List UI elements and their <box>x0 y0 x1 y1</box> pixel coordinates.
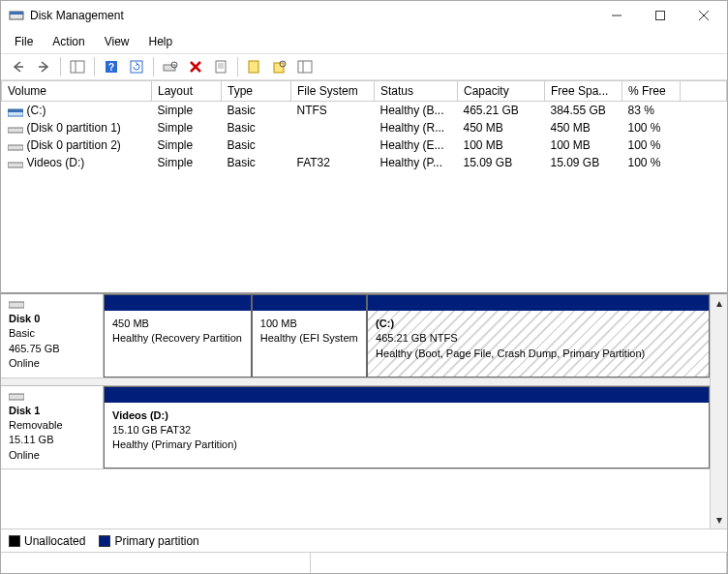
menu-action[interactable]: Action <box>45 32 92 51</box>
partition-status: Healthy (EFI System <box>260 331 358 346</box>
partition[interactable]: 450 MBHealthy (Recovery Partition <box>104 294 252 378</box>
statusbar <box>1 552 727 573</box>
svg-rect-21 <box>249 61 258 73</box>
disk-row: Disk 1Removable15.11 GBOnlineVideos (D:)… <box>1 386 710 470</box>
col-volume[interactable]: Volume <box>2 81 152 102</box>
menu-view[interactable]: View <box>97 32 137 51</box>
cell-fs <box>291 119 375 136</box>
volume-icon <box>8 124 23 134</box>
svg-rect-22 <box>274 63 284 73</box>
svg-rect-24 <box>298 61 312 73</box>
partition-bar <box>105 387 709 403</box>
svg-rect-1 <box>10 12 23 15</box>
window-title: Disk Management <box>30 9 594 22</box>
menu-help[interactable]: Help <box>141 32 181 51</box>
col-filesystem[interactable]: File System <box>291 81 375 102</box>
new-volume-button[interactable] <box>243 56 266 77</box>
column-headers[interactable]: Volume Layout Type File System Status Ca… <box>2 81 727 102</box>
close-button[interactable] <box>682 2 725 29</box>
cell-pct: 100 % <box>622 154 681 171</box>
toolbar: ? <box>1 53 727 80</box>
minimize-button[interactable] <box>594 2 638 29</box>
disk-kind: Basic <box>9 326 95 341</box>
table-row[interactable]: (Disk 0 partition 1)SimpleBasicHealthy (… <box>2 119 727 136</box>
cell-layout: Simple <box>152 102 222 120</box>
table-row[interactable]: (C:)SimpleBasicNTFSHealthy (B...465.21 G… <box>2 102 727 120</box>
cell-free: 384.55 GB <box>545 102 622 120</box>
table-row[interactable]: (Disk 0 partition 2)SimpleBasicHealthy (… <box>2 136 727 154</box>
volume-name: (Disk 0 partition 2) <box>27 138 121 152</box>
disk-name: Disk 0 <box>9 312 95 326</box>
app-icon <box>9 8 24 23</box>
forward-button[interactable] <box>32 56 55 77</box>
svg-rect-31 <box>9 302 24 308</box>
volume-name: Videos (D:) <box>27 156 85 169</box>
disk-map: Disk 0Basic465.75 GBOnline450 MBHealthy … <box>1 293 727 529</box>
cell-pct: 100 % <box>622 136 681 154</box>
svg-rect-17 <box>216 61 226 73</box>
menubar: File Action View Help <box>1 30 727 53</box>
cell-free: 100 MB <box>545 136 622 154</box>
volume-icon <box>8 159 23 168</box>
cell-fs: NTFS <box>291 102 375 120</box>
cell-layout: Simple <box>152 119 222 136</box>
vertical-scrollbar[interactable]: ▴ ▾ <box>710 294 727 529</box>
rescan-button[interactable] <box>159 56 182 77</box>
extend-volume-button[interactable] <box>268 56 291 77</box>
disk-name: Disk 1 <box>9 404 95 418</box>
back-button[interactable] <box>7 56 30 77</box>
svg-rect-30 <box>8 163 23 167</box>
volume-icon <box>8 141 23 151</box>
col-type[interactable]: Type <box>222 81 291 102</box>
scroll-down-icon[interactable]: ▾ <box>711 511 727 529</box>
partition[interactable]: (C:)465.21 GB NTFSHealthy (Boot, Page Fi… <box>367 294 710 378</box>
volume-list[interactable]: Volume Layout Type File System Status Ca… <box>1 80 727 293</box>
partition-bar <box>368 295 709 311</box>
partition-bar <box>253 295 366 311</box>
cell-status: Healthy (P... <box>375 154 458 171</box>
refresh-button[interactable] <box>125 56 148 77</box>
disk-size: 465.75 GB <box>9 342 95 356</box>
svg-rect-28 <box>8 128 23 133</box>
cell-type: Basic <box>222 136 291 154</box>
settings-button[interactable] <box>293 56 317 77</box>
col-pctfree[interactable]: % Free <box>622 81 681 102</box>
svg-rect-3 <box>655 12 664 20</box>
disk-row: Disk 0Basic465.75 GBOnline450 MBHealthy … <box>1 294 710 378</box>
cell-free: 450 MB <box>545 119 622 136</box>
partition-size: 15.10 GB FAT32 <box>112 423 701 438</box>
menu-file[interactable]: File <box>7 32 41 51</box>
scroll-up-icon[interactable]: ▴ <box>711 294 727 312</box>
cell-status: Healthy (E... <box>375 136 458 154</box>
cell-status: Healthy (R... <box>375 119 458 136</box>
col-status[interactable]: Status <box>375 81 458 102</box>
legend: Unallocated Primary partition <box>1 529 727 552</box>
cell-capacity: 450 MB <box>458 119 545 136</box>
help-button[interactable]: ? <box>100 56 123 77</box>
cell-pct: 100 % <box>622 119 681 136</box>
cell-fs: FAT32 <box>291 154 375 171</box>
show-hide-tree-button[interactable] <box>66 56 89 77</box>
properties-button[interactable] <box>209 56 232 77</box>
partition[interactable]: Videos (D:)15.10 GB FAT32Healthy (Primar… <box>104 386 710 469</box>
partition-size: 450 MB <box>112 317 243 331</box>
col-capacity[interactable]: Capacity <box>458 81 545 102</box>
cell-capacity: 465.21 GB <box>458 102 545 120</box>
col-free[interactable]: Free Spa... <box>545 81 622 102</box>
cell-layout: Simple <box>152 136 222 154</box>
disk-state: Online <box>9 448 95 463</box>
col-layout[interactable]: Layout <box>152 81 222 102</box>
swatch-primary <box>99 535 110 547</box>
delete-button[interactable] <box>184 56 207 77</box>
cell-fs <box>291 136 375 154</box>
volume-name: (Disk 0 partition 1) <box>27 121 121 135</box>
disk-header[interactable]: Disk 0Basic465.75 GBOnline <box>1 294 104 378</box>
svg-rect-27 <box>8 109 23 112</box>
partition[interactable]: 100 MBHealthy (EFI System <box>252 294 367 378</box>
cell-layout: Simple <box>152 154 222 171</box>
table-row[interactable]: Videos (D:)SimpleBasicFAT32Healthy (P...… <box>2 154 727 171</box>
disk-header[interactable]: Disk 1Removable15.11 GBOnline <box>1 386 104 469</box>
cell-capacity: 100 MB <box>458 136 545 154</box>
partition-bar <box>105 295 251 311</box>
maximize-button[interactable] <box>638 2 682 29</box>
